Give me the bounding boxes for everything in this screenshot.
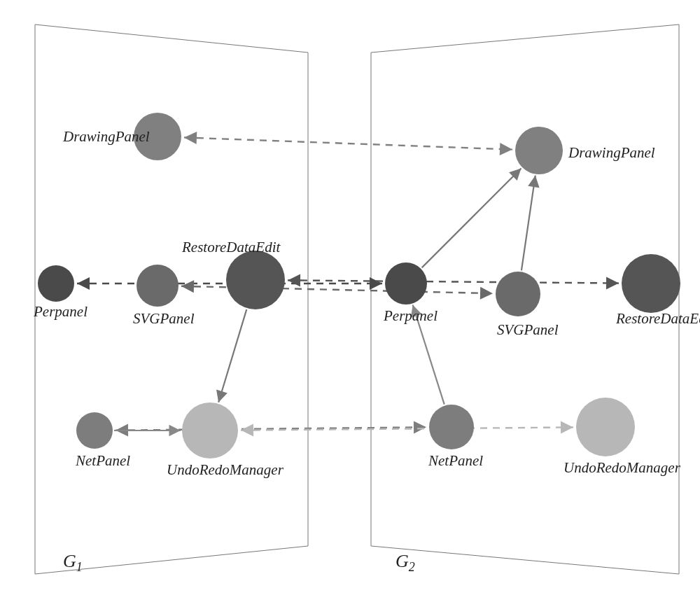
node-label-g1-SVGPanel: SVGPanel [133,310,195,327]
diagram-canvas: DrawingPanelPerpanelSVGPanelRestoreDataE… [0,0,700,609]
node-label-g1-DrawingPanel: DrawingPanel [62,128,150,145]
node-label-g2-NetPanel: NetPanel [428,452,483,469]
node-g1-RestoreDataEdit [226,251,285,309]
node-g1-NetPanel [76,412,113,449]
node-label-g2-DrawingPanel: DrawingPanel [568,144,655,161]
node-label-g1-Perpanel: Perpanel [33,303,88,320]
node-g2-RestoreDataEdit [622,254,680,313]
node-label-g2-SVGPanel: SVGPanel [497,321,559,338]
group-g2-caption: G2 [396,551,415,574]
node-label-g2-RestoreDataEdit: RestoreDataEdit [615,310,700,327]
node-g2-NetPanel [429,405,474,449]
node-g2-Perpanel [385,262,427,304]
node-label-g1-NetPanel: NetPanel [75,452,130,469]
node-g2-SVGPanel [496,272,540,316]
node-label-g2-UndoRedoManager: UndoRedoManager [564,459,681,476]
node-label-g1-UndoRedoManager: UndoRedoManager [167,461,284,478]
node-g2-UndoRedoManager [576,398,635,456]
node-g1-SVGPanel [136,265,178,307]
node-g2-DrawingPanel [515,127,563,174]
node-label-g2-Perpanel: Perpanel [383,307,438,324]
node-g1-Perpanel [38,265,74,302]
node-g1-UndoRedoManager [182,402,238,458]
node-label-g1-RestoreDataEdit: RestoreDataEdit [181,239,281,255]
